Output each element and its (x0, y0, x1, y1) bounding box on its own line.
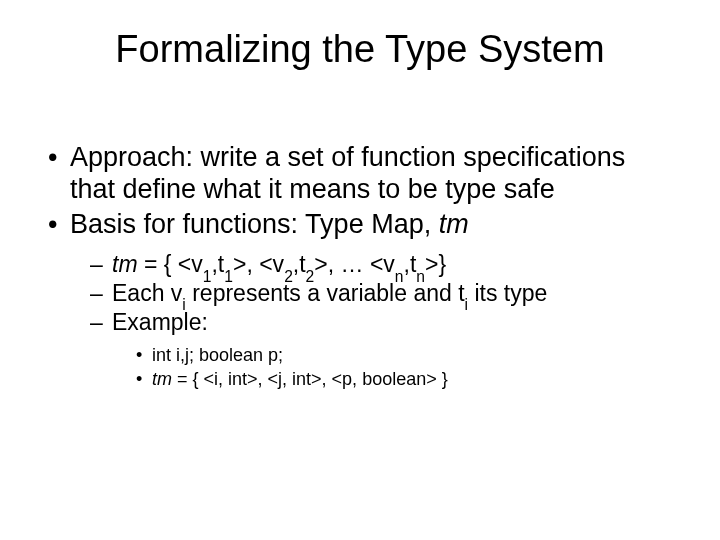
tm-italic: tm (439, 209, 469, 239)
text: ,t (293, 251, 306, 277)
text: represents a variable and t (186, 280, 465, 306)
text: >, <v (233, 251, 284, 277)
bullet-list: Approach: write a set of function specif… (48, 141, 672, 391)
text: Each v (112, 280, 182, 306)
bullet-basis: Basis for functions: Type Map, tm (48, 208, 672, 240)
text: >, … <v (314, 251, 395, 277)
text: = { <i, int>, <j, int>, <p, boolean> } (172, 369, 448, 389)
ex-decl: int i,j; boolean p; (48, 344, 672, 367)
text: = { <v (138, 251, 203, 277)
bullet-approach: Approach: write a set of function specif… (48, 141, 672, 206)
text: its type (468, 280, 547, 306)
slide-title: Formalizing the Type System (48, 28, 672, 71)
text: ,t (211, 251, 224, 277)
sub-example: Example: (48, 308, 672, 337)
sub-tm-def: tm = { <v1,t1>, <v2,t2>, … <vn,tn>} (48, 250, 672, 279)
sub-each-v: Each vi represents a variable and ti its… (48, 279, 672, 308)
text: Basis for functions: Type Map, (70, 209, 439, 239)
ex-tm: tm = { <i, int>, <j, int>, <p, boolean> … (48, 368, 672, 391)
text: ,t (404, 251, 417, 277)
tm-italic: tm (112, 251, 138, 277)
tm-italic: tm (152, 369, 172, 389)
text: >} (425, 251, 446, 277)
